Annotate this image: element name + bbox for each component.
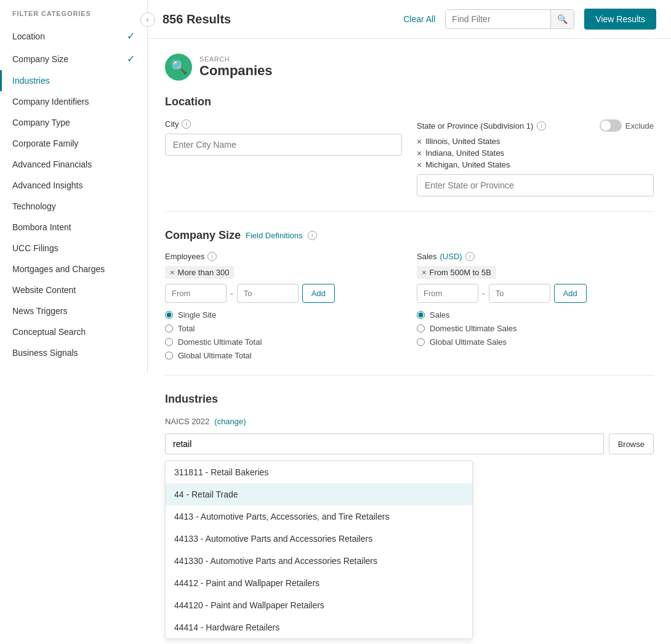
- employees-from-input[interactable]: [165, 284, 227, 303]
- sidebar-item-ucc-filings[interactable]: UCC Filings: [0, 238, 147, 259]
- sales-to-input[interactable]: [489, 284, 550, 303]
- sidebar-item-label: Company Size: [12, 54, 68, 64]
- search-label: SEARCH: [199, 55, 273, 63]
- sidebar-item-news-triggers[interactable]: News Triggers: [0, 300, 147, 321]
- sidebar-item-label: UCC Filings: [12, 243, 58, 253]
- sidebar-item-mortgages-charges[interactable]: Mortgages and Charges: [0, 259, 147, 280]
- state-tags-list: ×Illinois, United States×Indiana, United…: [417, 137, 654, 169]
- sidebar-item-company-type[interactable]: Company Type: [0, 112, 147, 133]
- find-filter-search-icon[interactable]: 🔍: [550, 10, 574, 28]
- sidebar-item-location[interactable]: Location✓: [0, 25, 147, 47]
- browse-button[interactable]: Browse: [609, 433, 654, 454]
- city-info-icon[interactable]: i: [182, 119, 191, 129]
- city-field: City i: [165, 119, 402, 196]
- state-tag-remove[interactable]: ×: [417, 149, 422, 158]
- search-title: Companies: [199, 63, 273, 79]
- sidebar-item-industries[interactable]: Industries: [0, 70, 147, 91]
- employees-radio-single-site[interactable]: Single Site: [165, 310, 402, 320]
- sales-field: Sales (USD) i × From 500M to 5B -: [417, 252, 654, 360]
- employees-tag-remove[interactable]: ×: [170, 268, 175, 277]
- sidebar-item-label: Website Content: [12, 285, 76, 295]
- sidebar-item-label: Conceptual Search: [12, 327, 86, 337]
- dropdown-item[interactable]: 44414 - Hardware Retailers: [166, 616, 472, 638]
- naics-label: NAICS 2022: [165, 417, 209, 426]
- state-tag-remove[interactable]: ×: [417, 137, 422, 146]
- employees-radio-domestic-ultimate-total[interactable]: Domestic Ultimate Total: [165, 337, 402, 347]
- sales-tag-remove[interactable]: ×: [422, 268, 427, 277]
- sidebar-item-label: Company Type: [12, 118, 70, 127]
- sidebar-item-label: News Triggers: [12, 306, 67, 316]
- sidebar-item-bombora-intent[interactable]: Bombora Intent: [0, 217, 147, 238]
- sales-info-icon[interactable]: i: [465, 252, 475, 261]
- employees-field: Employees i × More than 300 - Add: [165, 252, 402, 360]
- sidebar-item-company-size[interactable]: Company Size✓: [0, 47, 147, 70]
- employees-radio-global-ultimate-total[interactable]: Global Ultimate Total: [165, 351, 402, 360]
- sales-from-input[interactable]: [417, 284, 478, 303]
- employees-add-button[interactable]: Add: [302, 284, 335, 303]
- dropdown-item[interactable]: 44412 - Paint and Wallpaper Retailers: [166, 572, 472, 594]
- sidebar-item-check-icon: ✓: [127, 30, 135, 42]
- sidebar-item-label: Business Signals: [12, 348, 78, 358]
- employees-radio-total[interactable]: Total: [165, 324, 402, 333]
- field-definitions-link[interactable]: Field Definitions: [246, 231, 303, 240]
- filter-categories-header: FILTER CATEGORIES: [0, 10, 147, 25]
- sidebar-item-technology[interactable]: Technology: [0, 196, 147, 217]
- company-size-info-icon[interactable]: i: [308, 231, 317, 240]
- company-size-title: Company Size: [165, 229, 241, 242]
- clear-all-link[interactable]: Clear All: [403, 14, 435, 24]
- sidebar-item-business-signals[interactable]: Business Signals: [0, 342, 147, 363]
- dropdown-item[interactable]: 44 - Retail Trade: [166, 483, 472, 505]
- employees-info-icon[interactable]: i: [207, 252, 217, 261]
- dropdown-item[interactable]: 44133 - Automotive Parts and Accessories…: [166, 528, 472, 550]
- city-input[interactable]: [165, 134, 402, 156]
- find-filter-input[interactable]: [446, 10, 550, 28]
- state-tag: ×Indiana, United States: [417, 148, 654, 158]
- sidebar-item-label: Industries: [12, 76, 50, 86]
- sidebar-collapse-button[interactable]: ‹: [140, 12, 155, 27]
- sidebar-item-company-identifiers[interactable]: Company Identifiers: [0, 91, 147, 112]
- sidebar-item-check-icon: ✓: [127, 53, 135, 65]
- sales-range-dash: -: [482, 289, 485, 299]
- view-results-button[interactable]: View Results: [584, 9, 656, 30]
- dropdown-item[interactable]: 311811 - Retail Bakeries: [166, 461, 472, 483]
- state-field: State or Province (Subdivision 1) i Excl…: [417, 119, 654, 196]
- find-filter-container: 🔍: [445, 9, 574, 29]
- results-count: 856 Results: [163, 12, 393, 26]
- sidebar-item-advanced-insights[interactable]: Advanced Insights: [0, 175, 147, 196]
- dropdown-item[interactable]: 444120 - Paint and Wallpaper Retailers: [166, 594, 472, 616]
- location-title: Location: [165, 95, 654, 108]
- industries-section: Industries NAICS 2022 (change) Browse 31…: [165, 393, 654, 644]
- state-info-icon[interactable]: i: [537, 121, 546, 131]
- employees-tag: × More than 300: [165, 266, 234, 279]
- sidebar-item-label: Company Identifiers: [12, 97, 89, 107]
- city-label: City: [165, 119, 179, 129]
- sidebar-item-label: Corporate Family: [12, 139, 78, 148]
- location-section: Location City i State or: [165, 95, 654, 212]
- state-tag-remove[interactable]: ×: [417, 161, 422, 169]
- topbar: 856 Results Clear All 🔍 View Results: [148, 0, 671, 39]
- employees-to-input[interactable]: [237, 284, 299, 303]
- dropdown-item[interactable]: 441330 - Automotive Parts and Accessorie…: [166, 550, 472, 572]
- state-label: State or Province (Subdivision 1): [417, 121, 533, 131]
- exclude-toggle[interactable]: [600, 119, 622, 132]
- sidebar-item-label: Mortgages and Charges: [12, 264, 105, 274]
- sidebar-item-label: Location: [12, 31, 45, 41]
- sales-radio-domestic-ultimate-sales[interactable]: Domestic Ultimate Sales: [417, 324, 654, 333]
- sidebar-item-website-content[interactable]: Website Content: [0, 280, 147, 300]
- sales-radio-global-ultimate-sales[interactable]: Global Ultimate Sales: [417, 337, 654, 347]
- sales-label: Sales: [417, 252, 437, 261]
- sidebar-item-advanced-financials[interactable]: Advanced Financials: [0, 154, 147, 175]
- industries-search-input[interactable]: [165, 433, 604, 454]
- sidebar-item-conceptual-search[interactable]: Conceptual Search: [0, 321, 147, 342]
- industries-dropdown: 311811 - Retail Bakeries44 - Retail Trad…: [165, 461, 473, 639]
- sidebar-item-corporate-family[interactable]: Corporate Family: [0, 133, 147, 154]
- sales-radio-sales[interactable]: Sales: [417, 310, 654, 320]
- sales-usd-label[interactable]: (USD): [440, 252, 462, 261]
- sidebar-item-label: Technology: [12, 201, 56, 211]
- naics-change-link[interactable]: (change): [214, 417, 246, 426]
- sales-add-button[interactable]: Add: [554, 284, 587, 303]
- dropdown-item[interactable]: 4413 - Automotive Parts, Accessories, an…: [166, 505, 472, 528]
- state-input[interactable]: [417, 174, 654, 196]
- sidebar-item-label: Advanced Financials: [12, 159, 92, 169]
- company-size-section: Company Size Field Definitions i Employe…: [165, 229, 654, 376]
